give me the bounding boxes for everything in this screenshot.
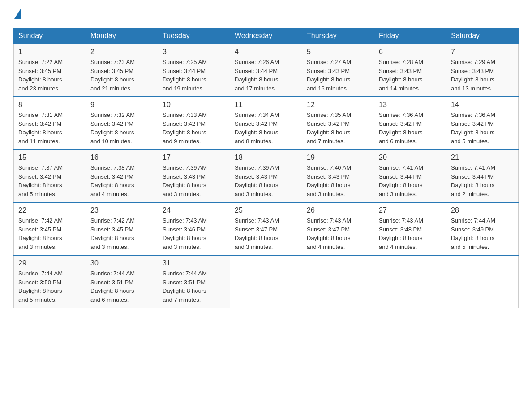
calendar-day-cell: 9Sunrise: 7:32 AMSunset: 3:42 PMDaylight… [86,97,158,150]
calendar-week-row: 29Sunrise: 7:44 AMSunset: 3:50 PMDayligh… [14,255,519,308]
day-number: 14 [451,101,514,109]
calendar-day-cell: 7Sunrise: 7:29 AMSunset: 3:43 PMDaylight… [446,44,519,97]
day-number: 11 [235,101,297,109]
calendar-day-cell: 4Sunrise: 7:26 AMSunset: 3:44 PMDaylight… [230,44,302,97]
calendar-day-cell [446,255,519,308]
calendar-day-cell: 24Sunrise: 7:43 AMSunset: 3:46 PMDayligh… [158,202,230,255]
calendar-day-cell: 6Sunrise: 7:28 AMSunset: 3:43 PMDaylight… [374,44,446,97]
day-info: Sunrise: 7:39 AMSunset: 3:43 PMDaylight:… [235,163,297,198]
day-number: 18 [235,154,297,162]
day-number: 7 [451,48,514,56]
day-info: Sunrise: 7:44 AMSunset: 3:51 PMDaylight:… [90,269,153,304]
calendar-week-row: 8Sunrise: 7:31 AMSunset: 3:42 PMDaylight… [14,97,519,150]
day-number: 5 [307,48,369,56]
calendar-day-cell: 11Sunrise: 7:34 AMSunset: 3:42 PMDayligh… [230,97,302,150]
day-info: Sunrise: 7:23 AMSunset: 3:45 PMDaylight:… [90,58,153,93]
day-number: 16 [90,154,153,162]
calendar-day-cell: 1Sunrise: 7:22 AMSunset: 3:45 PMDaylight… [14,44,86,97]
calendar-day-cell: 20Sunrise: 7:41 AMSunset: 3:44 PMDayligh… [374,150,446,202]
calendar-day-cell: 15Sunrise: 7:37 AMSunset: 3:42 PMDayligh… [14,150,86,202]
day-info: Sunrise: 7:36 AMSunset: 3:42 PMDaylight:… [451,111,514,146]
calendar-day-cell [374,255,446,308]
day-number: 12 [307,101,369,109]
page-header [13,9,519,19]
day-number: 31 [163,259,225,267]
day-info: Sunrise: 7:43 AMSunset: 3:47 PMDaylight:… [307,216,369,251]
day-info: Sunrise: 7:38 AMSunset: 3:42 PMDaylight:… [90,163,153,198]
day-info: Sunrise: 7:42 AMSunset: 3:45 PMDaylight:… [18,216,81,251]
calendar-day-cell: 21Sunrise: 7:41 AMSunset: 3:44 PMDayligh… [446,150,519,202]
calendar-week-row: 1Sunrise: 7:22 AMSunset: 3:45 PMDaylight… [14,44,519,97]
calendar-day-cell: 8Sunrise: 7:31 AMSunset: 3:42 PMDaylight… [14,97,86,150]
calendar-day-cell: 26Sunrise: 7:43 AMSunset: 3:47 PMDayligh… [302,202,374,255]
calendar-day-cell: 2Sunrise: 7:23 AMSunset: 3:45 PMDaylight… [86,44,158,97]
day-info: Sunrise: 7:44 AMSunset: 3:51 PMDaylight:… [163,269,225,304]
calendar-day-cell: 13Sunrise: 7:36 AMSunset: 3:42 PMDayligh… [374,97,446,150]
calendar-day-cell: 19Sunrise: 7:40 AMSunset: 3:43 PMDayligh… [302,150,374,202]
day-of-week-header: Thursday [302,28,374,44]
day-info: Sunrise: 7:43 AMSunset: 3:46 PMDaylight:… [163,216,225,251]
day-info: Sunrise: 7:36 AMSunset: 3:42 PMDaylight:… [379,111,442,146]
calendar-day-cell: 18Sunrise: 7:39 AMSunset: 3:43 PMDayligh… [230,150,302,202]
calendar-day-cell: 25Sunrise: 7:43 AMSunset: 3:47 PMDayligh… [230,202,302,255]
day-number: 6 [379,48,442,56]
day-number: 27 [379,206,442,214]
calendar-day-cell: 17Sunrise: 7:39 AMSunset: 3:43 PMDayligh… [158,150,230,202]
day-number: 21 [451,154,514,162]
day-info: Sunrise: 7:41 AMSunset: 3:44 PMDaylight:… [379,163,442,198]
day-number: 20 [379,154,442,162]
logo [13,9,21,19]
calendar-day-cell [302,255,374,308]
day-info: Sunrise: 7:26 AMSunset: 3:44 PMDaylight:… [235,58,297,93]
day-of-week-header: Tuesday [158,28,230,44]
calendar-day-cell: 14Sunrise: 7:36 AMSunset: 3:42 PMDayligh… [446,97,519,150]
day-number: 29 [18,259,81,267]
day-number: 28 [451,206,514,214]
day-number: 19 [307,154,369,162]
day-of-week-header: Saturday [446,28,519,44]
day-of-week-header: Wednesday [230,28,302,44]
day-number: 23 [90,206,153,214]
day-info: Sunrise: 7:29 AMSunset: 3:43 PMDaylight:… [451,58,514,93]
day-number: 15 [18,154,81,162]
calendar-day-cell: 28Sunrise: 7:44 AMSunset: 3:49 PMDayligh… [446,202,519,255]
day-number: 1 [18,48,81,56]
day-info: Sunrise: 7:33 AMSunset: 3:42 PMDaylight:… [163,111,225,146]
day-number: 26 [307,206,369,214]
day-number: 30 [90,259,153,267]
calendar-day-cell: 16Sunrise: 7:38 AMSunset: 3:42 PMDayligh… [86,150,158,202]
day-info: Sunrise: 7:32 AMSunset: 3:42 PMDaylight:… [90,111,153,146]
day-info: Sunrise: 7:37 AMSunset: 3:42 PMDaylight:… [18,163,81,198]
day-info: Sunrise: 7:28 AMSunset: 3:43 PMDaylight:… [379,58,442,93]
day-info: Sunrise: 7:44 AMSunset: 3:49 PMDaylight:… [451,216,514,251]
calendar-day-cell: 12Sunrise: 7:35 AMSunset: 3:42 PMDayligh… [302,97,374,150]
day-number: 24 [163,206,225,214]
day-info: Sunrise: 7:44 AMSunset: 3:50 PMDaylight:… [18,269,81,304]
calendar-day-cell: 31Sunrise: 7:44 AMSunset: 3:51 PMDayligh… [158,255,230,308]
calendar-day-cell: 10Sunrise: 7:33 AMSunset: 3:42 PMDayligh… [158,97,230,150]
day-number: 17 [163,154,225,162]
calendar-table: SundayMondayTuesdayWednesdayThursdayFrid… [13,28,519,308]
day-info: Sunrise: 7:27 AMSunset: 3:43 PMDaylight:… [307,58,369,93]
day-number: 22 [18,206,81,214]
calendar-day-cell: 29Sunrise: 7:44 AMSunset: 3:50 PMDayligh… [14,255,86,308]
day-info: Sunrise: 7:41 AMSunset: 3:44 PMDaylight:… [451,163,514,198]
calendar-week-row: 15Sunrise: 7:37 AMSunset: 3:42 PMDayligh… [14,150,519,202]
day-of-week-header: Friday [374,28,446,44]
calendar-day-cell: 22Sunrise: 7:42 AMSunset: 3:45 PMDayligh… [14,202,86,255]
day-number: 9 [90,101,153,109]
calendar-day-cell: 23Sunrise: 7:42 AMSunset: 3:45 PMDayligh… [86,202,158,255]
day-number: 2 [90,48,153,56]
calendar-day-cell [230,255,302,308]
day-info: Sunrise: 7:42 AMSunset: 3:45 PMDaylight:… [90,216,153,251]
day-info: Sunrise: 7:35 AMSunset: 3:42 PMDaylight:… [307,111,369,146]
day-info: Sunrise: 7:34 AMSunset: 3:42 PMDaylight:… [235,111,297,146]
day-of-week-header: Sunday [14,28,86,44]
calendar-week-row: 22Sunrise: 7:42 AMSunset: 3:45 PMDayligh… [14,202,519,255]
day-info: Sunrise: 7:22 AMSunset: 3:45 PMDaylight:… [18,58,81,93]
day-number: 4 [235,48,297,56]
day-info: Sunrise: 7:25 AMSunset: 3:44 PMDaylight:… [163,58,225,93]
day-number: 8 [18,101,81,109]
day-info: Sunrise: 7:40 AMSunset: 3:43 PMDaylight:… [307,163,369,198]
day-number: 10 [163,101,225,109]
